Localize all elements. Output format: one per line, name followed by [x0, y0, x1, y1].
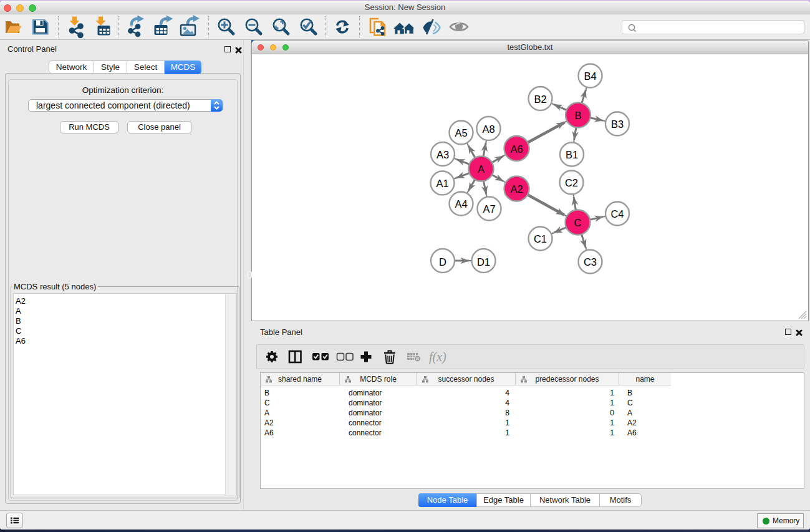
- svg-text:B1: B1: [566, 149, 578, 160]
- svg-text:A1: A1: [436, 178, 448, 189]
- svg-text:A7: A7: [483, 203, 495, 215]
- svg-text:A: A: [478, 163, 485, 175]
- svg-text:C3: C3: [584, 256, 597, 268]
- svg-text:C: C: [574, 217, 582, 228]
- svg-text:A4: A4: [455, 198, 467, 210]
- svg-text:f(x): f(x): [429, 350, 446, 364]
- svg-text:A2: A2: [510, 183, 523, 195]
- svg-text:A6: A6: [510, 143, 523, 155]
- svg-text:D1: D1: [477, 256, 490, 268]
- svg-text:A8: A8: [482, 123, 494, 135]
- svg-text:B4: B4: [584, 70, 596, 82]
- svg-text:A5: A5: [455, 127, 467, 138]
- svg-text:C2: C2: [565, 177, 578, 188]
- svg-text:C4: C4: [610, 208, 624, 220]
- svg-text:B: B: [574, 110, 581, 121]
- svg-text:A3: A3: [436, 149, 449, 160]
- svg-text:C1: C1: [534, 233, 547, 244]
- svg-text:D: D: [439, 256, 446, 268]
- svg-text:B2: B2: [534, 94, 546, 105]
- svg-text:B3: B3: [611, 118, 624, 130]
